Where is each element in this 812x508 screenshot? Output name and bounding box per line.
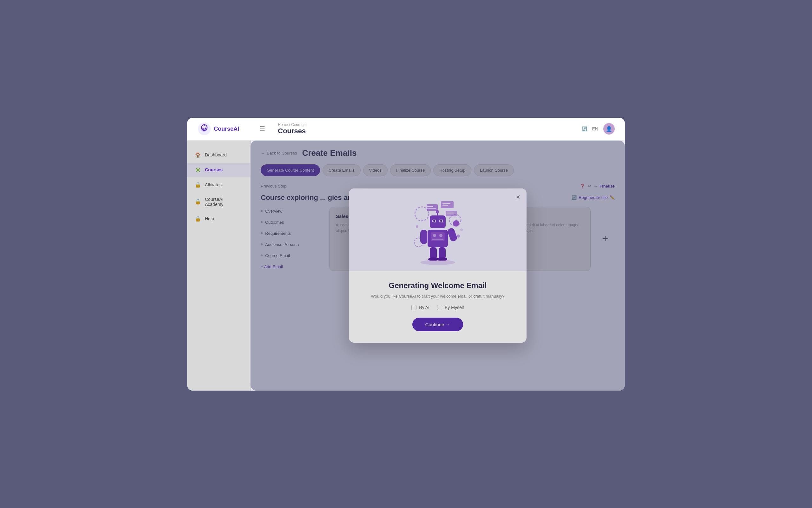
svg-rect-13	[443, 203, 450, 204]
svg-point-38	[460, 228, 463, 231]
robot-illustration	[409, 195, 466, 265]
app-window: CourseAI ☰ Home / Courses Courses 🔄 EN 👤…	[187, 118, 625, 391]
option-ai-label: By AI	[419, 305, 430, 310]
sidebar-label-dashboard: Dashboard	[205, 152, 227, 157]
sidebar-item-courses[interactable]: ✳️ Courses	[187, 163, 250, 177]
hamburger-icon[interactable]: ☰	[260, 125, 265, 133]
svg-rect-9	[426, 204, 438, 211]
svg-rect-17	[430, 215, 446, 228]
svg-rect-16	[447, 213, 454, 214]
sidebar-item-help[interactable]: 🔒 Help	[187, 212, 250, 225]
option-by-ai[interactable]: By AI	[411, 305, 430, 310]
svg-rect-11	[426, 208, 436, 209]
sidebar-label-affiliates: Affiliates	[205, 182, 222, 187]
affiliates-icon: 🔒	[195, 182, 201, 188]
logo-icon	[197, 122, 211, 136]
breadcrumb-area: Home / Courses Courses	[270, 123, 577, 135]
svg-point-27	[439, 234, 443, 237]
main-layout: 🏠 Dashboard ✳️ Courses 🔒 Affiliates 🔒 Co…	[187, 140, 625, 391]
academy-icon: 🔒	[195, 199, 201, 205]
svg-rect-28	[432, 239, 443, 240]
svg-point-21	[440, 220, 442, 222]
svg-point-37	[457, 235, 460, 238]
modal-close-button[interactable]: ×	[516, 194, 520, 201]
content-area: ← Back to Courses Create Emails Generate…	[251, 140, 625, 391]
modal-options: By AI By Myself	[362, 305, 514, 310]
sidebar-label-courses: Courses	[205, 167, 223, 172]
svg-point-26	[433, 234, 436, 237]
option-by-myself[interactable]: By Myself	[437, 305, 464, 310]
sidebar-item-dashboard[interactable]: 🏠 Dashboard	[187, 148, 250, 162]
sidebar-label-help: Help	[205, 216, 214, 221]
logo-text: CourseAI	[214, 126, 239, 132]
svg-point-31	[453, 220, 459, 226]
option-myself-label: By Myself	[445, 305, 464, 310]
svg-rect-29	[420, 230, 427, 244]
svg-rect-14	[443, 205, 448, 206]
sidebar-item-academy[interactable]: 🔒 CourseAI Academy	[187, 193, 250, 211]
svg-rect-10	[426, 206, 433, 207]
svg-rect-15	[446, 211, 457, 216]
sidebar: 🏠 Dashboard ✳️ Courses 🔒 Affiliates 🔒 Co…	[187, 140, 251, 391]
home-icon: 🏠	[195, 152, 201, 158]
courses-icon: ✳️	[195, 167, 201, 173]
page-title: Courses	[278, 127, 577, 135]
modal-overlay: ×	[251, 140, 625, 391]
modal: ×	[349, 188, 527, 343]
svg-rect-30	[447, 227, 458, 242]
svg-point-4	[202, 128, 204, 129]
language-selector[interactable]: EN	[592, 126, 598, 131]
help-icon: 🔒	[195, 216, 201, 222]
svg-point-5	[205, 128, 206, 129]
modal-title: Generating Welcome Email	[362, 281, 514, 290]
svg-rect-12	[441, 201, 454, 208]
modal-content: Generating Welcome Email Would you like …	[349, 271, 527, 343]
avatar[interactable]: 👤	[603, 123, 615, 134]
sidebar-label-academy: CourseAI Academy	[205, 197, 243, 207]
modal-continue-button[interactable]: Continue →	[412, 318, 463, 331]
checkbox-by-ai[interactable]	[411, 305, 416, 310]
modal-image-area: ×	[349, 188, 527, 271]
sidebar-item-affiliates[interactable]: 🔒 Affiliates	[187, 178, 250, 192]
svg-point-20	[433, 220, 435, 222]
svg-point-23	[436, 210, 439, 213]
breadcrumb: Home / Courses	[278, 123, 577, 127]
checkbox-by-myself[interactable]	[437, 305, 442, 310]
svg-point-36	[420, 260, 455, 265]
header-right: 🔄 EN 👤	[582, 123, 615, 134]
svg-point-3	[204, 124, 205, 125]
refresh-icon[interactable]: 🔄	[582, 126, 587, 131]
header: CourseAI ☰ Home / Courses Courses 🔄 EN 👤	[187, 118, 625, 140]
logo-area: CourseAI	[197, 122, 255, 136]
modal-subtitle: Would you like CourseAI to craft your we…	[362, 294, 514, 299]
svg-point-39	[416, 225, 418, 228]
